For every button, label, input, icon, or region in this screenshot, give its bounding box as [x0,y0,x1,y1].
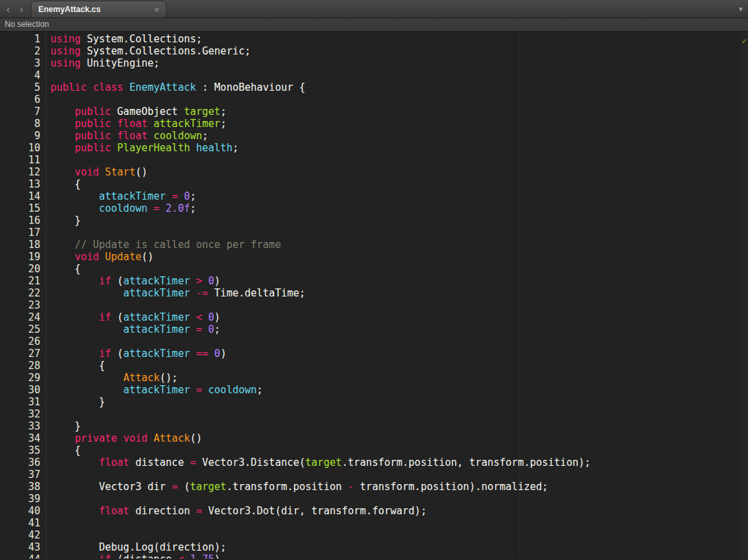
line-number[interactable]: 17 [0,227,40,239]
code-line[interactable]: 41 [0,517,748,529]
line-number[interactable]: 18 [0,239,40,251]
code-line[interactable]: 25 attackTimer = 0; [0,323,748,335]
line-number[interactable]: 12 [0,166,40,178]
code-line[interactable]: 8 public float attackTimer; [0,118,748,130]
line-number[interactable]: 8 [0,118,40,130]
line-number[interactable]: 38 [0,481,40,493]
code-line[interactable]: 19 void Update() [0,251,748,263]
line-number[interactable]: 40 [0,505,40,517]
code-text: public class EnemyAttack : MonoBehaviour… [50,81,305,93]
line-number[interactable]: 42 [0,529,40,541]
line-number[interactable]: 39 [0,493,40,505]
line-number[interactable]: 6 [0,93,40,106]
line-number[interactable]: 2 [0,45,40,57]
line-number[interactable]: 43 [0,541,40,553]
code-line[interactable]: 43 Debug.Log(direction); [0,541,748,553]
line-number[interactable]: 15 [0,202,40,214]
line-number[interactable]: 37 [0,469,40,481]
code-line[interactable]: 23 [0,299,748,311]
tab-close-icon[interactable]: × [154,5,159,15]
tab-overflow-icon[interactable]: ▾ [739,0,743,18]
code-line[interactable]: 4 [0,69,748,81]
forward-icon[interactable]: › [15,0,28,18]
code-line[interactable]: 35 { [0,444,748,456]
code-line[interactable]: 44 if (distance < 1.75) [0,553,748,559]
code-lines[interactable]: 1using System.Collections;2using System.… [0,33,748,559]
line-number[interactable]: 36 [0,456,40,469]
code-line[interactable]: 13 { [0,178,748,190]
tab-enemyattack[interactable]: EnemyAttack.cs × [31,1,167,17]
line-number[interactable]: 35 [0,444,40,456]
code-line[interactable]: 30 attackTimer = cooldown; [0,384,748,396]
line-number[interactable]: 27 [0,348,40,360]
code-line[interactable]: 31 } [0,396,748,408]
code-line[interactable]: 21 if (attackTimer > 0) [0,275,748,287]
line-number[interactable]: 3 [0,57,40,69]
line-number[interactable]: 10 [0,142,40,154]
line-number[interactable]: 25 [0,323,40,335]
code-line[interactable]: 17 [0,227,748,239]
line-number[interactable]: 13 [0,178,40,190]
code-line[interactable]: 16 } [0,214,748,227]
code-line[interactable]: 18 // Update is called once per frame [0,239,748,251]
code-line[interactable]: 15 cooldown = 2.0f; [0,202,748,214]
line-number[interactable]: 5 [0,81,40,93]
code-line[interactable]: 26 [0,335,748,348]
code-line[interactable]: 12 void Start() [0,166,748,178]
code-line[interactable]: 39 [0,493,748,505]
code-line[interactable]: 11 [0,154,748,166]
code-line[interactable]: 37 [0,469,748,481]
line-number[interactable]: 9 [0,130,40,142]
line-number[interactable]: 30 [0,384,40,396]
code-line[interactable]: 3using UnityEngine; [0,57,748,69]
code-line[interactable]: 20 { [0,263,748,275]
code-line[interactable]: 5public class EnemyAttack : MonoBehaviou… [0,81,748,93]
code-line[interactable]: 27 if (attackTimer == 0) [0,348,748,360]
code-line[interactable]: 34 private void Attack() [0,432,748,444]
line-number[interactable]: 24 [0,311,40,323]
code-line[interactable]: 6 [0,93,748,106]
line-number[interactable]: 26 [0,335,40,348]
code-line[interactable]: 9 public float cooldown; [0,130,748,142]
line-number[interactable]: 23 [0,299,40,311]
code-text: void Start() [50,166,148,178]
line-number[interactable]: 14 [0,190,40,202]
code-line[interactable]: 2using System.Collections.Generic; [0,45,748,57]
line-number[interactable]: 33 [0,420,40,432]
code-line[interactable]: 22 attackTimer -= Time.deltaTime; [0,287,748,299]
code-editor[interactable]: 1using System.Collections;2using System.… [0,32,748,559]
code-line[interactable]: 40 float direction = Vector3.Dot(dir, tr… [0,505,748,517]
line-number[interactable]: 32 [0,408,40,420]
line-number[interactable]: 22 [0,287,40,299]
line-number[interactable]: 4 [0,69,40,81]
code-line[interactable]: 14 attackTimer = 0; [0,190,748,202]
code-line[interactable]: 29 Attack(); [0,372,748,384]
line-number[interactable]: 11 [0,154,40,166]
quick-task-strip[interactable]: ✓ [741,32,748,559]
code-token: System.Collections.Generic; [81,45,251,57]
line-number[interactable]: 19 [0,251,40,263]
code-line[interactable]: 32 [0,408,748,420]
line-number[interactable]: 28 [0,360,40,372]
line-number[interactable]: 29 [0,372,40,384]
line-number[interactable]: 41 [0,517,40,529]
line-number[interactable]: 16 [0,214,40,227]
code-line[interactable]: 33 } [0,420,748,432]
line-number[interactable]: 1 [0,33,40,45]
code-line[interactable]: 36 float distance = Vector3.Distance(tar… [0,456,748,469]
code-line[interactable]: 38 Vector3 dir = (target.transform.posit… [0,481,748,493]
line-number[interactable]: 7 [0,106,40,118]
back-icon[interactable]: ‹ [1,0,15,18]
code-line[interactable]: 24 if (attackTimer < 0) [0,311,748,323]
code-token: public [75,130,111,142]
line-number[interactable]: 34 [0,432,40,444]
line-number[interactable]: 44 [0,553,40,559]
code-line[interactable]: 1using System.Collections; [0,33,748,45]
line-number[interactable]: 31 [0,396,40,408]
line-number[interactable]: 20 [0,263,40,275]
code-line[interactable]: 28 { [0,360,748,372]
code-line[interactable]: 10 public PlayerHealth health; [0,142,748,154]
code-line[interactable]: 7 public GameObject target; [0,106,748,118]
line-number[interactable]: 21 [0,275,40,287]
code-line[interactable]: 42 [0,529,748,541]
